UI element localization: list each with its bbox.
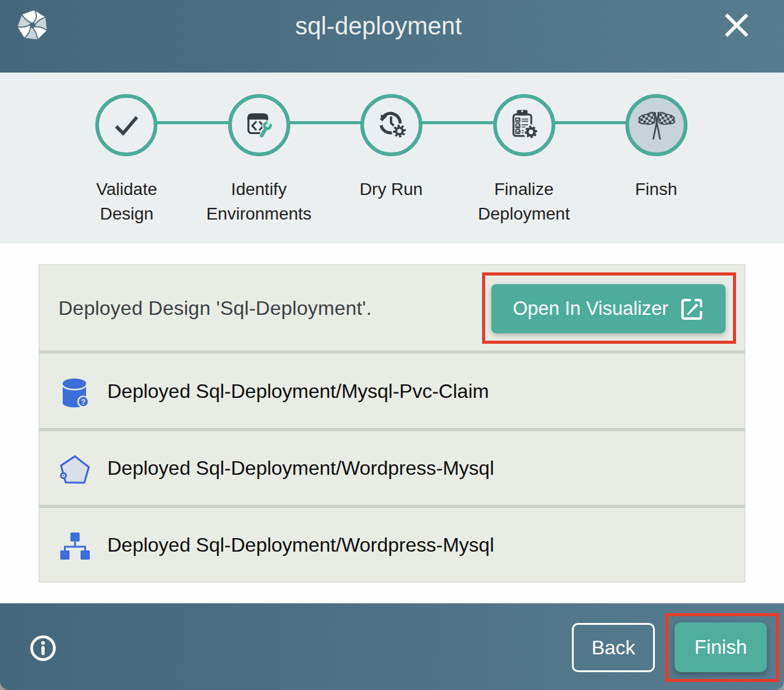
svg-text:?: ? [81,398,85,406]
